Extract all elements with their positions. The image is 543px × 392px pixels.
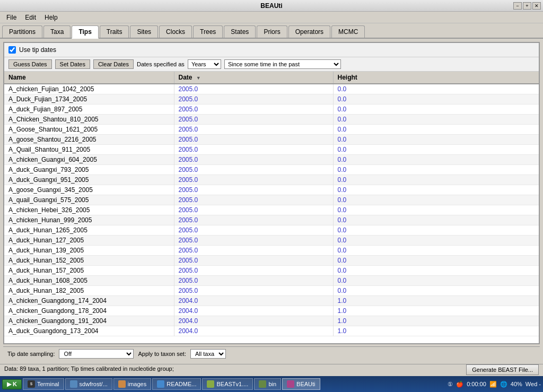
column-header-height[interactable]: Height — [333, 72, 539, 84]
table-row[interactable]: A_Goose_Shantou_1621_20052005.00.0 — [4, 125, 539, 135]
clear-dates-button[interactable]: Clear Dates — [93, 59, 134, 69]
menu-file[interactable]: File — [2, 13, 21, 22]
taskbar-app-terminal[interactable]: $ Terminal — [23, 378, 64, 390]
table-cell-2: 1.0 — [333, 306, 539, 316]
menu-help[interactable]: Help — [40, 13, 62, 22]
table-row[interactable]: A_duck_Hunan_1608_20052005.00.0 — [4, 276, 539, 286]
tab-sites[interactable]: Sites — [130, 25, 158, 38]
tip-date-sampling-select[interactable]: Off Random walk operator Scale operator — [59, 349, 134, 359]
table-cell-1: 2005.0 — [174, 276, 333, 286]
table-cell-0: A_duck_Hunan_182_2005 — [4, 286, 174, 296]
taskbar-battery-icon: 🌐 — [500, 381, 507, 388]
close-button[interactable]: ✕ — [532, 2, 541, 10]
table-cell-1: 2005.0 — [174, 185, 333, 195]
tab-taxa[interactable]: Taxa — [43, 25, 71, 38]
column-header-name[interactable]: Name — [4, 72, 174, 84]
taskbar-app-readme[interactable]: README... — [152, 378, 201, 390]
table-row[interactable]: A_chicken_Guangdong_178_20042004.01.0 — [4, 306, 539, 316]
data-table: Name Date ▼ Height A_chicken_Fujian_1042… — [4, 72, 539, 336]
tab-trees[interactable]: Trees — [193, 25, 223, 38]
years-select[interactable]: Years Months Days — [188, 59, 221, 69]
guess-dates-button[interactable]: Guess Dates — [8, 59, 52, 69]
table-cell-2: 0.0 — [333, 115, 539, 125]
terminal-icon: $ — [28, 380, 35, 388]
tab-clocks[interactable]: Clocks — [159, 25, 192, 38]
start-button[interactable]: ▶ K — [2, 379, 22, 389]
table-row[interactable]: A_chicken_Hunan_999_20052005.00.0 — [4, 215, 539, 225]
table-row[interactable]: A_Duck_Fujian_1734_20052005.00.0 — [4, 94, 539, 104]
tab-tips[interactable]: Tips — [72, 25, 98, 39]
table-row[interactable]: A_duck_Hunan_127_20052005.00.0 — [4, 236, 539, 246]
table-cell-1: 2005.0 — [174, 236, 333, 246]
table-cell-2: 0.0 — [333, 246, 539, 256]
table-row[interactable]: A_duck_Hunan_152_20052005.00.0 — [4, 256, 539, 266]
bottom-controls-row: Tip date sampling: Off Random walk opera… — [3, 346, 540, 361]
table-header-row: Name Date ▼ Height — [4, 72, 539, 84]
table-row[interactable]: A_duck_Fujian_897_20052005.00.0 — [4, 104, 539, 115]
taskbar-right-area: ① 🍎 0:00:00 📶 🌐 40% Wed - — [448, 381, 541, 388]
data-table-container: Name Date ▼ Height A_chicken_Fujian_1042… — [4, 72, 539, 343]
column-header-date[interactable]: Date ▼ — [174, 72, 333, 84]
table-row[interactable]: A_chicken_Guangdong_174_20042004.01.0 — [4, 296, 539, 306]
table-cell-2: 0.0 — [333, 276, 539, 286]
maximize-button[interactable]: + — [523, 2, 531, 10]
table-cell-2: 0.0 — [333, 286, 539, 296]
menu-edit[interactable]: Edit — [21, 13, 40, 22]
table-row[interactable]: A_Chicken_Shantou_810_20052005.00.0 — [4, 115, 539, 125]
taskbar-app-images[interactable]: images — [113, 378, 151, 390]
bin-icon — [259, 380, 266, 388]
taskbar-app-beauti[interactable]: BEAUti — [282, 378, 320, 390]
table-row[interactable]: A_duck_Guangxi_951_20052005.00.0 — [4, 175, 539, 185]
table-cell-2: 0.0 — [333, 145, 539, 155]
table-cell-2: 0.0 — [333, 165, 539, 175]
table-row[interactable]: A_duck_Hunan_157_20052005.00.0 — [4, 266, 539, 276]
tab-priors[interactable]: Priors — [257, 25, 287, 38]
toolbar-row: Guess Dates Set Dates Clear Dates Dates … — [4, 57, 539, 72]
tab-partitions[interactable]: Partitions — [2, 25, 42, 38]
table-row[interactable]: A_duck_Guangxi_793_20052005.00.0 — [4, 165, 539, 175]
tab-traits[interactable]: Traits — [100, 25, 129, 38]
table-row[interactable]: A_chicken_Fujian_1042_20052005.00.0 — [4, 84, 539, 94]
since-select[interactable]: Since some time in the past Before the p… — [224, 59, 341, 69]
table-cell-1: 2004.0 — [174, 316, 333, 326]
taskbar-volume-icon: 🍎 — [456, 381, 463, 388]
table-row[interactable]: A_chicken_Guangxi_604_20052005.00.0 — [4, 155, 539, 165]
table-cell-0: A_chicken_Hebei_326_2005 — [4, 205, 174, 215]
table-row[interactable]: A_duck_Hunan_182_20052005.00.0 — [4, 286, 539, 296]
table-row[interactable]: A_chicken_Hebei_326_20052005.00.0 — [4, 205, 539, 215]
taskbar-app-sdwfrost[interactable]: sdwfrost/... — [65, 378, 112, 390]
generate-beast-file-button[interactable]: Generate BEAST File... — [466, 364, 539, 375]
table-row[interactable]: A_duck_Hunan_139_20052005.00.0 — [4, 246, 539, 256]
tab-mcmc[interactable]: MCMC — [331, 25, 365, 38]
taskbar-app-beastv1[interactable]: BEASTv1.... — [202, 378, 253, 390]
table-row[interactable]: A_duck_Hunan_1265_20052005.00.0 — [4, 225, 539, 236]
table-cell-1: 2005.0 — [174, 165, 333, 175]
taskbar-app-bin[interactable]: bin — [254, 378, 281, 390]
table-row[interactable]: A_chicken_Guangdong_191_20042004.01.0 — [4, 316, 539, 326]
table-row[interactable]: A_goose_Guangxi_345_20052005.00.0 — [4, 185, 539, 195]
table-row[interactable]: A_goose_Shantou_2216_20052005.00.0 — [4, 135, 539, 145]
table-cell-2: 0.0 — [333, 205, 539, 215]
table-cell-1: 2005.0 — [174, 215, 333, 225]
table-cell-1: 2005.0 — [174, 115, 333, 125]
table-cell-1: 2005.0 — [174, 125, 333, 135]
table-cell-2: 0.0 — [333, 185, 539, 195]
table-cell-0: A_chicken_Guangdong_191_2004 — [4, 316, 174, 326]
taskbar-time: Wed - — [526, 381, 541, 387]
taskbar-volume-level: 0:00:00 — [467, 381, 486, 387]
table-row[interactable]: A_Quail_Shantou_911_20052005.00.0 — [4, 145, 539, 155]
table-row[interactable]: A_quail_Guangxi_575_20052005.00.0 — [4, 195, 539, 205]
table-cell-1: 2005.0 — [174, 266, 333, 276]
minimize-button[interactable]: − — [513, 2, 522, 10]
table-cell-0: A_quail_Guangxi_575_2005 — [4, 195, 174, 205]
apply-to-taxon-label: Apply to taxon set: — [138, 351, 186, 357]
titlebar-controls: − + ✕ — [513, 2, 541, 10]
set-dates-button[interactable]: Set Dates — [55, 59, 90, 69]
use-tip-dates-checkbox[interactable] — [8, 46, 16, 54]
tab-operators[interactable]: Operators — [288, 25, 330, 38]
table-row[interactable]: A_duck_Guangdong_173_20042004.01.0 — [4, 326, 539, 336]
apply-to-taxon-select[interactable]: All taxa — [190, 349, 226, 359]
table-cell-0: A_duck_Guangdong_173_2004 — [4, 326, 174, 336]
tab-states[interactable]: States — [224, 25, 256, 38]
table-cell-0: A_duck_Fujian_897_2005 — [4, 104, 174, 115]
